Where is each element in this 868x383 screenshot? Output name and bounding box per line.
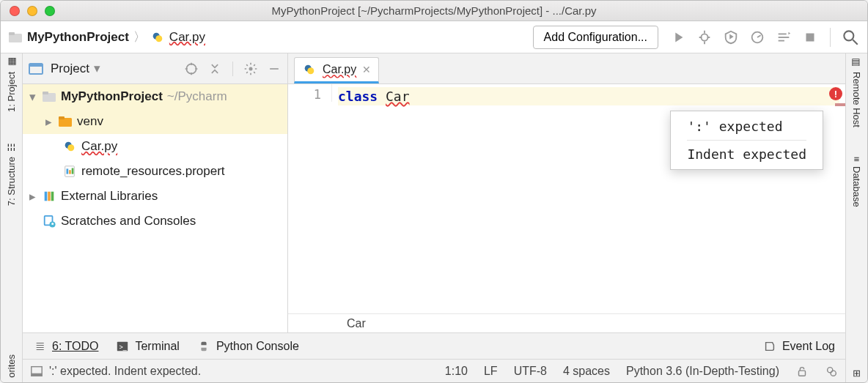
stop-icon[interactable] xyxy=(802,29,818,45)
tree-scratches[interactable]: Scratches and Consoles xyxy=(23,209,287,234)
line-number: 1 xyxy=(288,87,321,102)
todo-tool-button[interactable]: ≣ 6: TODO xyxy=(33,340,98,353)
terminal-icon: >_ xyxy=(116,340,129,353)
properties-file-icon xyxy=(62,165,77,178)
chevron-right-icon[interactable]: ▸ xyxy=(43,114,54,130)
remote-host-tool-button[interactable]: ▥ Remote Host xyxy=(851,56,862,127)
locate-icon[interactable] xyxy=(184,62,199,76)
project-panel-title[interactable]: Project ▾ xyxy=(51,61,100,76)
tree-item-remote-resources[interactable]: remote_resources.propert xyxy=(23,159,287,184)
right-tool-rail: ▥ Remote Host ≡ Database ⊞ xyxy=(845,53,867,382)
tree-item-label: Scratches and Consoles xyxy=(61,214,196,228)
python-file-icon xyxy=(302,63,317,76)
project-tool-button[interactable]: 1: Project ▦ xyxy=(6,56,17,112)
chevron-down-icon[interactable]: ▾ xyxy=(27,89,37,105)
grid-icon: ⊞ xyxy=(853,368,861,379)
todo-icon: ≣ xyxy=(33,340,46,353)
tree-item-label: remote_resources.propert xyxy=(81,164,225,179)
editor-breadcrumb-item[interactable]: Car xyxy=(347,317,366,330)
folder-icon xyxy=(58,115,73,128)
structure-tool-button[interactable]: 7: Structure ☷ xyxy=(6,141,17,206)
python-console-tool-button[interactable]: Python Console xyxy=(197,340,299,353)
error-stripe[interactable]: ! xyxy=(829,87,842,100)
svg-rect-39 xyxy=(51,192,54,201)
lock-icon[interactable] xyxy=(795,365,809,378)
database-tool-button[interactable]: ≡ Database xyxy=(851,157,862,207)
project-folder-icon xyxy=(42,90,56,103)
maximize-window-icon[interactable] xyxy=(45,6,55,16)
svg-point-26 xyxy=(307,67,314,74)
python-file-icon xyxy=(62,140,77,153)
status-position[interactable]: 1:10 xyxy=(445,365,468,378)
svg-rect-13 xyxy=(806,33,814,41)
event-log-button[interactable]: Event Log xyxy=(763,340,835,353)
project-tree[interactable]: ▾ MyPythonProject ~/Pycharm ▸ venv Car.p… xyxy=(23,84,288,332)
minimize-window-icon[interactable] xyxy=(27,6,37,16)
tree-root-path: ~/Pycharm xyxy=(167,89,227,104)
expand-collapse-icon[interactable] xyxy=(207,62,222,76)
debug-icon[interactable] xyxy=(696,29,713,45)
grid-tool-button[interactable]: ⊞ xyxy=(851,370,862,378)
status-message: ':' expected. Indent expected. xyxy=(49,365,201,378)
project-view-icon xyxy=(29,62,43,75)
hide-panel-icon[interactable] xyxy=(267,62,282,76)
svg-point-48 xyxy=(828,367,833,372)
structure-tool-icon: ☷ xyxy=(6,141,17,152)
svg-point-49 xyxy=(831,371,836,376)
close-tab-icon[interactable]: ✕ xyxy=(362,64,371,75)
svg-rect-11 xyxy=(779,37,790,38)
window-title: MyPythonProject [~/PycharmProjects/MyPyt… xyxy=(1,4,867,17)
concurrency-icon[interactable] xyxy=(776,29,792,45)
status-line-separator[interactable]: LF xyxy=(484,365,498,378)
tree-item-label: venv xyxy=(77,114,103,129)
svg-rect-17 xyxy=(29,64,43,67)
breadcrumb[interactable]: MyPythonProject 〉 Car.py xyxy=(8,29,205,45)
chevron-right-icon[interactable]: ▸ xyxy=(27,189,37,204)
editor-breadcrumb[interactable]: Car xyxy=(288,313,845,332)
breadcrumb-project[interactable]: MyPythonProject xyxy=(27,30,129,45)
error-marker[interactable] xyxy=(835,103,845,106)
run-icon[interactable] xyxy=(670,29,686,45)
python-file-icon xyxy=(150,31,165,44)
project-tool-icon: ▦ xyxy=(6,56,17,67)
navigation-bar: MyPythonProject 〉 Car.py Add Configurati… xyxy=(1,21,867,53)
tooltip-line-1: ':' expected xyxy=(687,119,806,141)
profile-icon[interactable] xyxy=(749,29,765,45)
close-window-icon[interactable] xyxy=(10,6,20,16)
chevron-down-icon: ▾ xyxy=(94,61,100,76)
search-everywhere-icon[interactable] xyxy=(841,28,860,47)
svg-rect-30 xyxy=(59,116,65,119)
inspection-profile-icon[interactable] xyxy=(825,365,838,378)
project-folder-icon xyxy=(8,31,23,44)
identifier: Car xyxy=(386,89,410,104)
svg-rect-46 xyxy=(32,373,42,376)
tree-external-libraries[interactable]: ▸ External Libraries xyxy=(23,184,287,209)
error-tooltip: ':' expected Indent expected xyxy=(670,111,823,170)
coverage-icon[interactable] xyxy=(723,29,739,45)
code-editor[interactable]: 1 class Car ! ':' expected Indent expect… xyxy=(288,84,845,332)
status-panel-icon[interactable] xyxy=(30,365,43,378)
error-indicator-icon: ! xyxy=(829,87,842,100)
terminal-tool-button[interactable]: >_ Terminal xyxy=(116,340,179,353)
favorites-tool-button[interactable]: orites xyxy=(6,354,17,378)
tree-item-venv[interactable]: ▸ venv xyxy=(23,109,287,134)
left-tool-rail: 1: Project ▦ 7: Structure ☷ orites xyxy=(1,53,23,382)
gear-icon[interactable] xyxy=(243,62,258,76)
breadcrumb-file[interactable]: Car.py xyxy=(169,30,205,45)
project-panel-header: Project ▾ xyxy=(23,53,288,83)
editor-tab-car[interactable]: Car.py ✕ xyxy=(294,57,379,83)
tree-item-car[interactable]: Car.py xyxy=(23,134,287,159)
tree-root[interactable]: ▾ MyPythonProject ~/Pycharm xyxy=(23,84,287,109)
status-encoding[interactable]: UTF-8 xyxy=(514,365,547,378)
editor-content[interactable]: class Car ! ':' expected Indent expected xyxy=(332,84,845,108)
bottom-tool-bar: ≣ 6: TODO >_ Terminal Python Console Eve… xyxy=(23,332,845,359)
python-icon xyxy=(197,340,210,353)
editor-gutter: 1 xyxy=(288,84,332,102)
add-configuration-button[interactable]: Add Configuration... xyxy=(533,26,658,49)
status-indent[interactable]: 4 spaces xyxy=(563,365,610,378)
svg-point-14 xyxy=(844,31,853,40)
status-interpreter[interactable]: Python 3.6 (In-Depth-Testing) xyxy=(626,365,779,378)
svg-rect-24 xyxy=(270,68,279,70)
tree-item-label: External Libraries xyxy=(61,189,158,204)
svg-rect-10 xyxy=(779,33,787,34)
